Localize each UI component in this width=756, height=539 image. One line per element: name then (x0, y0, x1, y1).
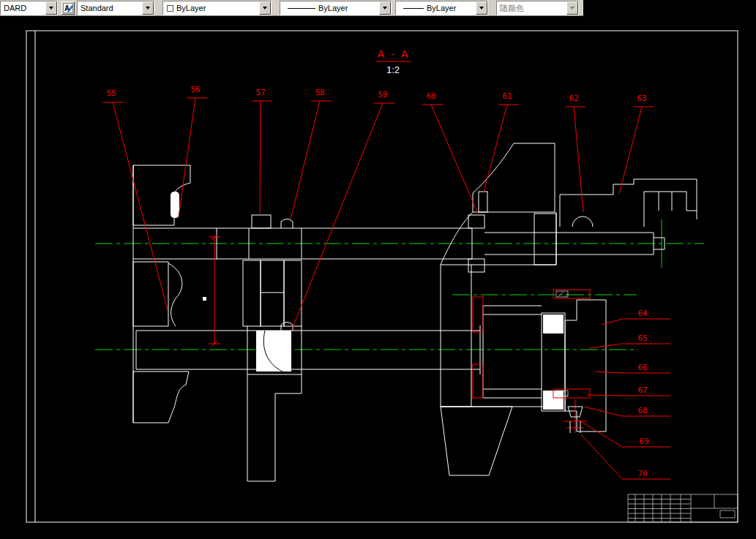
dimstyle-combo[interactable]: DARD (0, 1, 58, 15)
callout-63: 63 (619, 94, 654, 194)
callout-label: 60 (426, 91, 435, 101)
callout-label: 59 (378, 90, 387, 99)
text-style-icon: A (63, 3, 73, 13)
properties-toolbar: DARD A Standard ByLayer ByLayer ByLayer … (0, 0, 583, 16)
lower-shaft (136, 323, 480, 375)
linetype-sample-icon (288, 8, 315, 9)
callout-64: 64 (602, 309, 670, 325)
callout-label: 68 (637, 406, 647, 415)
color-combo[interactable]: ByLayer (162, 1, 272, 15)
lineweight-combo[interactable]: ByLayer (395, 1, 488, 15)
color-value: ByLayer (173, 4, 219, 12)
callout-67: 67 (587, 385, 670, 396)
callout-label: 67 (637, 385, 647, 395)
chevron-down-icon[interactable] (45, 1, 57, 15)
textstyle-value: Standard (78, 4, 127, 12)
top-right-bracket (560, 179, 697, 227)
callout-label: 58 (315, 88, 324, 97)
color-swatch-icon (167, 5, 173, 12)
callout-59: 59 (292, 90, 394, 329)
section-scale: 1:2 (386, 64, 400, 75)
callout-label: 63 (637, 94, 646, 103)
text-style-button[interactable]: A (61, 1, 75, 15)
chevron-down-icon[interactable] (379, 1, 391, 15)
callout-label: 57 (255, 88, 265, 97)
callout-56: 56 (179, 85, 207, 216)
title-block (628, 494, 738, 522)
bearing-assembly (473, 290, 606, 433)
section-label: A - A (378, 48, 411, 60)
plotstyle-value: 随颜色 (497, 3, 537, 14)
callout-label: 61 (502, 91, 512, 101)
callout-label: 70 (637, 469, 647, 478)
linetype-value: ByLayer (315, 4, 361, 12)
callout-label: 69 (639, 437, 648, 446)
callout-57: 57 (252, 88, 272, 214)
callout-label: 64 (637, 309, 648, 318)
lineweight-sample-icon (403, 8, 424, 9)
callout-60: 60 (422, 91, 478, 214)
dimension-marks (209, 234, 220, 347)
dimstyle-value: DARD (1, 4, 40, 12)
chevron-down-icon[interactable] (259, 1, 271, 15)
callout-69: 69 (578, 420, 670, 447)
cad-drawing: A - A 1:2 55 56 57 58 59 60 61 62 63 (0, 16, 756, 539)
callout-68: 68 (584, 406, 670, 416)
callout-label: 62 (569, 94, 578, 103)
right-housing (441, 143, 556, 475)
textstyle-combo[interactable]: Standard (77, 1, 154, 15)
callout-label: 66 (637, 363, 647, 372)
callout-label: 55 (106, 88, 116, 98)
callout-label: 65 (637, 333, 647, 343)
callout-66: 66 (596, 363, 670, 373)
callout-65: 65 (590, 333, 670, 348)
linetype-combo[interactable]: ByLayer (280, 1, 392, 15)
gear-column (243, 260, 302, 481)
chevron-down-icon (566, 1, 578, 15)
left-wheel-part (133, 165, 190, 423)
callout-55: 55 (102, 88, 168, 310)
callout-label: 56 (190, 85, 200, 94)
chevron-down-icon[interactable] (476, 1, 487, 15)
lineweight-value: ByLayer (424, 4, 469, 12)
callout-58: 58 (291, 88, 332, 219)
chevron-down-icon[interactable] (142, 1, 154, 15)
drawing-canvas[interactable]: A - A 1:2 55 56 57 58 59 60 61 62 63 (0, 16, 756, 539)
cursor-pickbox (203, 297, 206, 301)
section-title: A - A 1:2 (376, 48, 411, 75)
callout-70: 70 (581, 434, 670, 479)
plotstyle-combo[interactable]: 随颜色 (496, 1, 579, 15)
centerlines (95, 219, 704, 350)
